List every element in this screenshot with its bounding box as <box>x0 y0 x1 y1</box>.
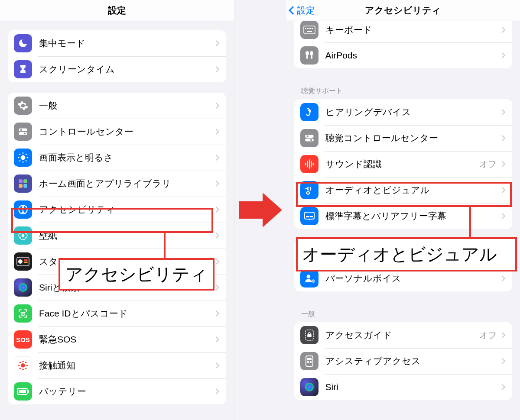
row-siri-accessibility[interactable]: Siri <box>294 374 513 400</box>
svg-rect-75 <box>307 358 312 360</box>
row-emergency-sos[interactable]: SOS 緊急SOS <box>8 326 226 352</box>
row-airpods[interactable]: AirPods <box>294 42 513 68</box>
svg-point-3 <box>24 132 26 134</box>
row-battery[interactable]: バッテリー <box>8 378 226 404</box>
svg-point-25 <box>21 312 22 313</box>
chevron-icon <box>213 103 219 109</box>
svg-rect-60 <box>305 212 314 219</box>
battery-icon <box>14 382 32 401</box>
control-center-icon <box>300 129 318 147</box>
row-label: ホーム画面とアプリライブラリ <box>39 178 214 190</box>
row-value: オフ <box>479 330 497 341</box>
callout-accessibility: アクセシビリティ <box>58 258 214 291</box>
chevron-icon <box>499 52 505 58</box>
page-title: 設定 <box>108 4 126 16</box>
row-label: パーソナルボイス <box>325 272 500 284</box>
faceid-icon <box>14 304 32 323</box>
back-label: 設定 <box>297 4 315 16</box>
svg-rect-44 <box>307 31 312 32</box>
row-face-id[interactable]: Face IDとパスコード <box>8 300 226 326</box>
keyboard-icon <box>300 21 318 39</box>
siri-icon <box>300 378 318 396</box>
svg-rect-15 <box>19 184 23 188</box>
group-general: アクセスガイド オフ アシスティブアクセス Siri <box>294 322 513 400</box>
row-label: 画面表示と明るさ <box>39 152 214 164</box>
section-header-general: 一般 <box>286 302 520 322</box>
row-keyboard[interactable]: キーボード <box>294 21 513 42</box>
svg-point-27 <box>21 363 25 367</box>
settings-group-main: 一般 コントロールセンター 画面表示と明るさ ホーム画面とアプリライブラリ <box>8 93 226 404</box>
row-sound-recognition[interactable]: サウンド認識 オフ <box>294 151 513 177</box>
svg-rect-46 <box>306 55 308 59</box>
chevron-icon <box>499 332 505 338</box>
row-label: 聴覚コントロールセンター <box>325 132 500 144</box>
svg-point-29 <box>22 369 24 371</box>
svg-point-2 <box>20 129 22 131</box>
group-hearing: ヒアリングデバイス 聴覚コントロールセンター サウンド認識 オフ オーディオとビ… <box>294 99 513 229</box>
row-label: 緊急SOS <box>39 333 214 346</box>
audio-visual-icon <box>300 181 318 199</box>
row-accessibility[interactable]: アクセシビリティ <box>8 197 226 223</box>
row-label: 一般 <box>39 100 214 112</box>
svg-point-51 <box>306 136 308 137</box>
row-general[interactable]: 一般 <box>8 93 226 119</box>
svg-rect-43 <box>312 28 313 29</box>
row-assistive-access[interactable]: アシスティブアクセス <box>294 348 513 374</box>
chevron-icon <box>499 135 505 141</box>
row-guided-access[interactable]: アクセスガイド オフ <box>294 322 513 348</box>
svg-point-78 <box>305 383 314 391</box>
row-label: Face IDとパスコード <box>39 307 214 320</box>
row-screen-time[interactable]: スクリーンタイム <box>8 56 226 82</box>
row-label: 標準字幕とバリアフリー字幕 <box>325 210 500 222</box>
row-label: オーディオとビジュアル <box>325 184 500 196</box>
svg-rect-61 <box>306 216 309 217</box>
chevron-icon <box>499 187 505 193</box>
svg-point-33 <box>25 362 27 364</box>
svg-line-10 <box>26 160 26 161</box>
svg-rect-38 <box>28 390 29 393</box>
home-icon <box>14 174 32 193</box>
row-audio-visual[interactable]: オーディオとビジュアル <box>294 177 513 203</box>
svg-point-59 <box>307 192 308 193</box>
row-subtitles[interactable]: 標準字幕とバリアフリー字幕 <box>294 203 513 229</box>
row-exposure-notification[interactable]: 接触通知 <box>8 352 226 378</box>
chevron-icon <box>213 233 219 239</box>
row-wallpaper[interactable]: 壁紙 <box>8 223 226 249</box>
hearing-icon <box>300 103 318 121</box>
row-control-center[interactable]: コントロールセンター <box>8 119 226 145</box>
chevron-icon <box>213 310 219 317</box>
svg-point-28 <box>22 361 24 362</box>
row-focus-mode[interactable]: 集中モード <box>8 30 226 56</box>
callout-connector <box>164 233 166 258</box>
svg-rect-62 <box>310 216 313 217</box>
svg-rect-76 <box>307 361 309 363</box>
step-arrow <box>234 0 286 420</box>
row-hearing-devices[interactable]: ヒアリングデバイス <box>294 99 513 125</box>
chevron-icon <box>213 207 219 213</box>
airpods-icon <box>300 46 318 65</box>
focus-icon <box>14 34 32 52</box>
row-label: アクセシビリティ <box>39 204 214 216</box>
svg-rect-14 <box>23 179 27 183</box>
wallpaper-icon <box>14 226 32 245</box>
callout-connector <box>469 207 471 237</box>
control-center-icon <box>14 123 32 141</box>
back-button[interactable]: 設定 <box>290 0 315 21</box>
svg-rect-41 <box>307 28 309 29</box>
chevron-icon <box>499 358 505 364</box>
svg-rect-16 <box>23 184 27 188</box>
callout-audio-visual: オーディオとビジュアル <box>296 237 517 271</box>
row-display-brightness[interactable]: 画面表示と明るさ <box>8 145 226 171</box>
navbar-right: 設定 アクセシビリティ <box>286 0 520 21</box>
standby-icon <box>14 252 32 271</box>
chevron-icon <box>499 109 505 115</box>
row-hearing-control-center[interactable]: 聴覚コントロールセンター <box>294 125 513 151</box>
svg-rect-0 <box>19 128 27 131</box>
svg-point-24 <box>19 283 27 292</box>
settings-group-focus: 集中モード スクリーンタイム <box>8 30 226 82</box>
row-home-screen[interactable]: ホーム画面とアプリライブラリ <box>8 171 226 197</box>
row-label: ヒアリングデバイス <box>325 106 500 118</box>
section-header-hearing: 聴覚サポート <box>286 79 520 99</box>
row-label: Siri <box>325 382 500 392</box>
svg-rect-13 <box>19 179 23 183</box>
